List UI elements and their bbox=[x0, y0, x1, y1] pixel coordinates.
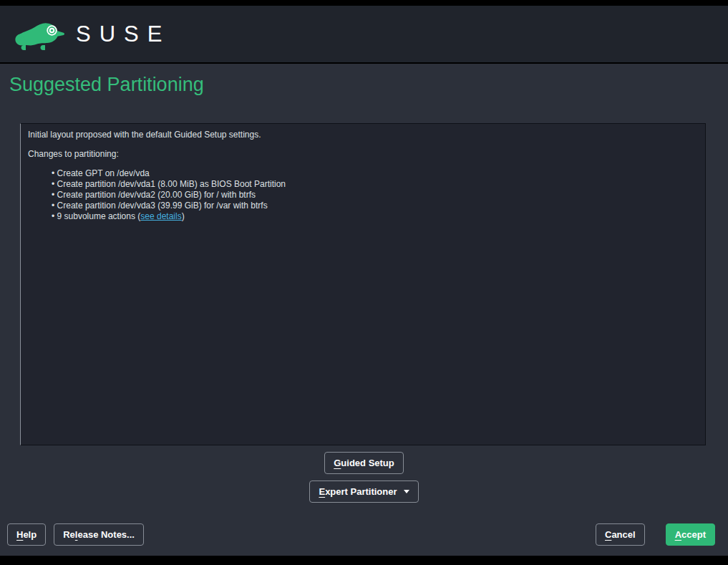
see-details-link[interactable]: see details bbox=[140, 211, 181, 221]
partitioning-actions-list: Create GPT on /dev/vda Create partition … bbox=[52, 168, 698, 222]
action-item: Create GPT on /dev/vda bbox=[52, 168, 698, 179]
wizard-button-bar: Help Release Notes... Cancel Accept bbox=[7, 523, 715, 546]
action-text: Create partition /dev/vda1 (8.00 MiB) as… bbox=[57, 179, 286, 189]
header-bar: SUSE bbox=[0, 6, 728, 63]
help-button[interactable]: Help bbox=[7, 523, 46, 546]
right-button-group: Cancel Accept bbox=[596, 523, 715, 546]
action-text: Create partition /dev/vda2 (20.00 GiB) f… bbox=[57, 190, 256, 200]
action-item: Create partition /dev/vda1 (8.00 MiB) as… bbox=[52, 179, 698, 190]
action-text: 9 subvolume actions ( bbox=[57, 211, 141, 221]
cancel-button[interactable]: Cancel bbox=[596, 523, 645, 546]
chameleon-icon bbox=[14, 18, 67, 51]
chevron-down-icon bbox=[404, 490, 409, 493]
suse-logo-text: SUSE bbox=[76, 23, 170, 45]
action-text: Create GPT on /dev/vda bbox=[57, 168, 150, 178]
left-button-group: Help Release Notes... bbox=[7, 523, 144, 546]
action-item: Create partition /dev/vda2 (20.00 GiB) f… bbox=[52, 190, 698, 201]
action-text: Create partition /dev/vda3 (39.99 GiB) f… bbox=[57, 201, 268, 211]
action-text: ) bbox=[182, 211, 185, 221]
partitioning-proposal-summary[interactable]: Initial layout proposed with the default… bbox=[20, 123, 706, 445]
action-item: 9 subvolume actions (see details) bbox=[52, 211, 698, 222]
accept-button[interactable]: Accept bbox=[666, 523, 715, 546]
changes-heading: Changes to partitioning: bbox=[28, 149, 698, 160]
screen-bottom-edge bbox=[0, 556, 728, 565]
screen-top-edge bbox=[0, 0, 728, 6]
release-notes-button[interactable]: Release Notes... bbox=[54, 523, 144, 546]
page-title: Suggested Partitioning bbox=[9, 74, 204, 96]
wizard-content: Suggested Partitioning Initial layout pr… bbox=[0, 64, 728, 556]
proposal-button-column: Guided Setup Expert Partitioner bbox=[0, 452, 728, 503]
proposal-intro: Initial layout proposed with the default… bbox=[28, 130, 698, 140]
suse-logo: SUSE bbox=[14, 18, 170, 51]
expert-partitioner-button[interactable]: Expert Partitioner bbox=[309, 481, 418, 503]
guided-setup-button[interactable]: Guided Setup bbox=[324, 452, 404, 474]
action-item: Create partition /dev/vda3 (39.99 GiB) f… bbox=[52, 201, 698, 211]
